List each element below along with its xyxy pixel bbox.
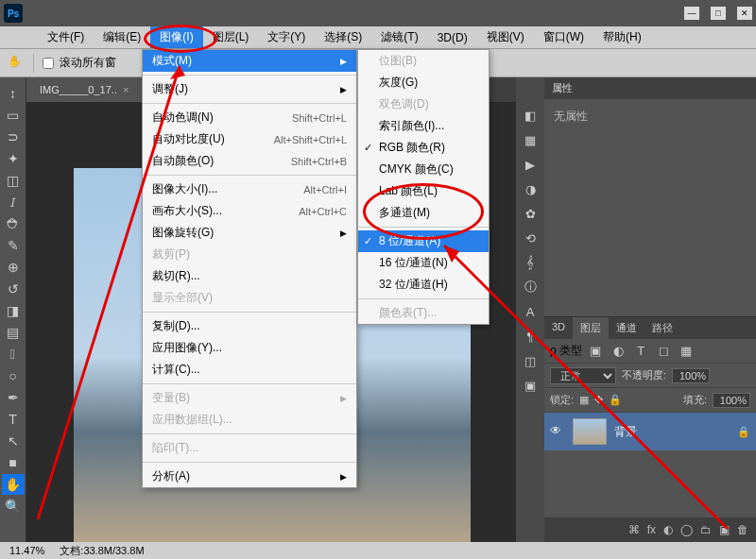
menu-3d[interactable]: 3D(D) (428, 28, 477, 47)
marquee-tool[interactable]: ▭ (2, 105, 25, 126)
crop-tool[interactable]: ◫ (2, 170, 25, 191)
zoom-tool[interactable]: 🔍 (2, 496, 25, 517)
filter-shape-icon[interactable]: ◻ (654, 342, 673, 361)
lasso-tool[interactable]: ⊃ (2, 127, 25, 147)
status-bar: 11.47% 文档:33.8M/33.8M (0, 542, 756, 559)
close-icon[interactable]: × (123, 84, 129, 95)
properties-header[interactable]: 属性 (544, 77, 756, 99)
menu-window[interactable]: 窗口(W) (534, 26, 593, 48)
filter-adjustment-icon[interactable]: ◐ (609, 342, 627, 361)
tab-layers[interactable]: 图层 (573, 317, 609, 339)
lock-pixels-icon[interactable]: ▦ (579, 394, 589, 406)
fx-icon[interactable]: fx (647, 523, 656, 536)
healing-tool[interactable]: ⛑ (2, 213, 25, 234)
menu-item-g[interactable]: 图像旋转(G)▶ (143, 222, 356, 244)
layer-row-background[interactable]: 👁 背景 🔒 (544, 413, 756, 450)
mask-icon[interactable]: ◐ (663, 523, 673, 536)
color-panel-icon[interactable]: ◧ (521, 106, 540, 125)
dodge-tool[interactable]: ○ (2, 365, 25, 386)
history-brush-tool[interactable]: ↺ (2, 279, 25, 299)
tab-paths[interactable]: 路径 (644, 317, 680, 339)
new-layer-icon[interactable]: ▣ (719, 523, 730, 536)
submenu-item-i[interactable]: 索引颜色(I)... (358, 115, 489, 137)
submenu-item-g[interactable]: 灰度(G) (358, 72, 489, 93)
swatches-icon[interactable]: ▦ (521, 130, 540, 149)
maximize-button[interactable]: □ (711, 7, 726, 20)
trash-icon[interactable]: 🗑 (737, 523, 748, 536)
menu-item-a[interactable]: 分析(A)▶ (143, 466, 356, 487)
history-icon[interactable]: ⟲ (521, 229, 540, 247)
menu-item-u[interactable]: 自动对比度(U)Alt+Shift+Ctrl+L (143, 128, 356, 150)
menu-select[interactable]: 选择(S) (315, 26, 371, 48)
shape-tool[interactable]: ■ (2, 452, 25, 473)
submenu-item-16n[interactable]: 16 位/通道(N) (358, 252, 489, 274)
paragraph-icon[interactable]: ¶ (521, 327, 540, 346)
menu-item-j[interactable]: 调整(J)▶ (143, 78, 356, 100)
submenu-item-8a[interactable]: ✓8 位/通道(A) (358, 230, 489, 252)
fill-input[interactable] (713, 393, 750, 408)
close-button[interactable]: ✕ (737, 7, 752, 20)
menu-layer[interactable]: 图层(L) (203, 26, 259, 48)
hand-tool-icon: ✋ (8, 55, 25, 72)
zoom-level[interactable]: 11.47% (9, 545, 44, 556)
submenu-item-m[interactable]: 多通道(M) (358, 202, 489, 224)
blend-mode-select[interactable]: 正常 (550, 367, 616, 384)
menu-file[interactable]: 文件(F) (38, 26, 94, 48)
adjustments-icon[interactable]: ◑ (521, 179, 540, 198)
menu-item-d[interactable]: 复制(D)... (143, 315, 356, 337)
stamp-tool[interactable]: ⊕ (2, 257, 25, 278)
submenu-item-labl[interactable]: Lab 颜色(L) (358, 180, 489, 202)
menu-item-i[interactable]: 图像大小(I)...Alt+Ctrl+I (143, 178, 356, 200)
eye-icon[interactable]: 👁 (550, 424, 565, 439)
menu-help[interactable]: 帮助(H) (593, 26, 651, 48)
menu-item-c[interactable]: 计算(C)... (143, 359, 356, 381)
brush-tool[interactable]: ✎ (2, 235, 25, 256)
submenu-item-rgbr[interactable]: ✓RGB 颜色(R) (358, 137, 489, 159)
opacity-input[interactable] (672, 368, 710, 383)
menu-item-y[interactable]: 应用图像(Y)... (143, 337, 356, 359)
filter-smart-icon[interactable]: ▦ (677, 342, 696, 361)
link-icon[interactable]: ⌘ (628, 523, 640, 536)
path-tool[interactable]: ↖ (2, 431, 25, 451)
nav-icon[interactable]: ▣ (521, 376, 540, 395)
type-tool[interactable]: T (2, 409, 25, 430)
menu-item-o[interactable]: 自动颜色(O)Shift+Ctrl+B (143, 150, 356, 172)
menu-item-m[interactable]: 模式(M)▶ (143, 50, 356, 72)
move-tool[interactable]: ↕ (2, 83, 25, 104)
hand-tool[interactable]: ✋ (2, 474, 25, 495)
eraser-tool[interactable]: ◨ (2, 300, 25, 321)
scroll-all-checkbox[interactable] (43, 58, 54, 69)
clone-icon[interactable]: ◫ (521, 351, 540, 370)
menu-type[interactable]: 文字(Y) (258, 26, 315, 48)
fill-adjust-icon[interactable]: ◯ (680, 523, 693, 536)
eyedropper-tool[interactable]: 𝘐 (2, 192, 25, 212)
play-icon[interactable]: ▶ (521, 155, 540, 174)
menu-item-s[interactable]: 画布大小(S)...Alt+Ctrl+C (143, 200, 356, 222)
menu-item-n[interactable]: 自动色调(N)Shift+Ctrl+L (143, 107, 356, 128)
minimize-button[interactable]: — (684, 7, 699, 20)
gradient-tool[interactable]: ▤ (2, 322, 25, 343)
menu-item-r[interactable]: 裁切(R)... (143, 265, 356, 287)
menubar: 文件(F) 编辑(E) 图像(I) 图层(L) 文字(Y) 选择(S) 滤镜(T… (0, 26, 756, 49)
pen-tool[interactable]: ✒ (2, 387, 25, 408)
lock-position-icon[interactable]: ✥ (594, 394, 603, 406)
filter-pixel-icon[interactable]: ▣ (586, 342, 605, 361)
character-icon[interactable]: A (521, 302, 540, 321)
filter-type-icon[interactable]: T (631, 342, 650, 361)
magic-wand-tool[interactable]: ✦ (2, 148, 25, 169)
brushes-icon[interactable]: 𝄞 (521, 253, 540, 272)
styles-icon[interactable]: ✿ (521, 204, 540, 223)
info-icon[interactable]: ⓘ (521, 278, 540, 296)
menu-image[interactable]: 图像(I) (150, 26, 202, 48)
submenu-item-32h[interactable]: 32 位/通道(H) (358, 274, 489, 296)
tab-3d[interactable]: 3D (544, 317, 573, 339)
group-icon[interactable]: 🗀 (700, 523, 712, 536)
submenu-item-cmykc[interactable]: CMYK 颜色(C) (358, 159, 489, 180)
document-tab[interactable]: IMG_____0_17.. × (26, 77, 143, 102)
menu-view[interactable]: 视图(V) (477, 26, 534, 48)
tab-channels[interactable]: 通道 (609, 317, 644, 339)
menu-edit[interactable]: 编辑(E) (94, 26, 150, 48)
blur-tool[interactable]: 𓄧 (2, 344, 25, 364)
menu-filter[interactable]: 滤镜(T) (371, 26, 427, 48)
lock-all-icon[interactable]: 🔒 (609, 394, 622, 406)
